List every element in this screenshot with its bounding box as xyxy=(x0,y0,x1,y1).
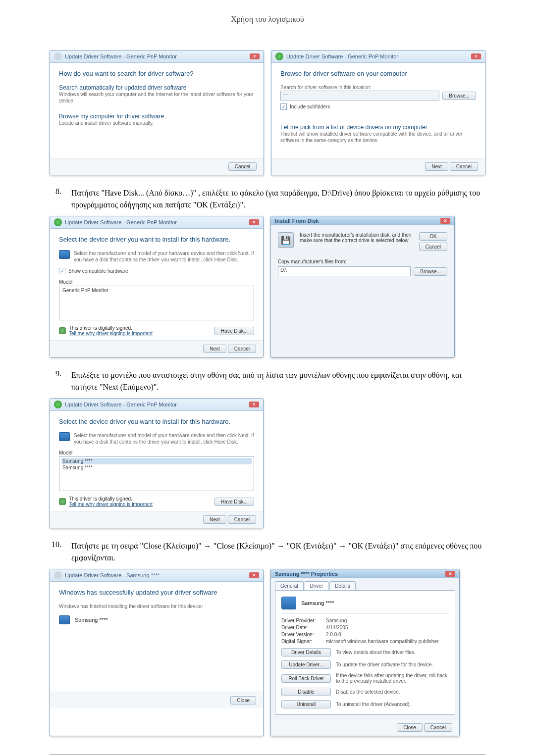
wizard-heading: Browse for driver software on your compu… xyxy=(280,70,476,77)
browse-button[interactable]: Browse... xyxy=(414,267,447,276)
cancel-button[interactable]: Cancel xyxy=(424,723,452,732)
browse-button[interactable]: Browse... xyxy=(442,92,476,100)
back-icon[interactable] xyxy=(54,52,62,60)
back-icon xyxy=(54,571,62,579)
install-from-disk-dialog: Install From Disk ✕ 💾 Insert the manufac… xyxy=(270,216,455,357)
model-listbox[interactable]: Samsung **** Samsung **** xyxy=(59,456,254,491)
dialog-title: Samsung **** Properties xyxy=(275,571,338,577)
have-disk-button[interactable]: Have Disk... xyxy=(214,498,254,506)
show-compatible-checkbox[interactable]: ✓ xyxy=(59,268,65,274)
header-title: Χρήση του λογισμικού xyxy=(231,15,304,23)
list-item[interactable]: Samsung **** xyxy=(61,464,252,471)
close-icon[interactable]: ✕ xyxy=(471,53,481,59)
instruction-number: 8. xyxy=(50,187,61,211)
driver-details-button[interactable]: Driver Details xyxy=(281,648,331,656)
next-button[interactable]: Next xyxy=(203,515,226,524)
list-item[interactable]: Generic PnP Monitor xyxy=(61,287,252,294)
wizard-title: Update Driver Software - Generic PnP Mon… xyxy=(65,53,177,59)
wizard-browse: Update Driver Software - Generic PnP Mon… xyxy=(271,50,485,175)
select-subtext: Select the manufacturer and model of you… xyxy=(74,250,254,263)
signed-link[interactable]: Tell me why driver signing is important xyxy=(69,502,153,507)
back-icon[interactable] xyxy=(54,401,62,408)
option-browse-sub: Locate and install driver software manua… xyxy=(59,120,255,126)
cancel-button[interactable]: Cancel xyxy=(228,515,256,524)
device-name: Samsung **** xyxy=(301,600,334,606)
copy-path-input[interactable]: D:\ xyxy=(278,266,411,276)
pick-from-list-sub: This list will show installed driver sof… xyxy=(280,131,476,144)
disk-icon: 💾 xyxy=(278,232,294,248)
close-button[interactable]: Close xyxy=(230,696,256,705)
option-browse[interactable]: Browse my computer for driver software xyxy=(59,113,255,120)
next-button[interactable]: Next xyxy=(203,345,226,353)
cancel-button[interactable]: Cancel xyxy=(450,162,478,171)
option-auto-sub: Windows will search your computer and th… xyxy=(59,91,255,104)
update-driver-button[interactable]: Update Driver... xyxy=(281,660,331,669)
signer-key: Digital Signer: xyxy=(281,639,326,644)
signed-link[interactable]: Tell me why driver signing is important xyxy=(69,331,153,336)
version-value: 2.0.0.0 xyxy=(326,632,341,637)
rollback-desc: If the device fails after updating the d… xyxy=(336,673,449,684)
close-icon[interactable]: ✕ xyxy=(250,53,260,59)
date-key: Driver Date: xyxy=(281,625,326,630)
model-listbox[interactable]: Generic PnP Monitor xyxy=(59,286,254,320)
version-key: Driver Version: xyxy=(281,632,326,637)
provider-key: Driver Provider: xyxy=(281,618,326,623)
close-icon[interactable]: ✕ xyxy=(440,218,450,224)
signed-text: This driver is digitally signed. xyxy=(69,325,153,331)
instruction-text: Επιλέξτε το μοντέλο που αντιστοιχεί στην… xyxy=(71,369,485,393)
back-icon[interactable] xyxy=(275,52,283,60)
copy-from-label: Copy manufacturer's files from: xyxy=(278,259,447,264)
show-compatible-label: Show compatible hardware xyxy=(68,268,128,274)
disable-button[interactable]: Disable xyxy=(281,688,331,696)
instruction-10: 10. Πατήστε με τη σειρά "Close (Κλείσιμο… xyxy=(50,540,485,564)
wizard-title: Update Driver Software - Generic PnP Mon… xyxy=(65,402,177,407)
instruction-number: 9. xyxy=(50,369,61,393)
wizard-heading: Select the device driver you want to ins… xyxy=(59,236,254,243)
update-driver-desc: To update the driver software for this d… xyxy=(336,662,449,667)
model-label: Model xyxy=(59,279,254,285)
pick-from-list-link[interactable]: Let me pick from a list of device driver… xyxy=(280,124,476,131)
uninstall-button[interactable]: Uninstall xyxy=(281,700,331,708)
close-icon[interactable]: ✕ xyxy=(249,219,259,225)
signer-value: microsoft windows hardware compatibility… xyxy=(326,639,438,644)
shield-icon xyxy=(59,327,66,334)
close-icon[interactable]: ✕ xyxy=(445,571,455,577)
date-value: 4/14/2005 xyxy=(326,625,348,630)
monitor-icon xyxy=(59,615,70,624)
uninstall-desc: To uninstall the driver (Advanced). xyxy=(336,702,449,707)
rollback-button[interactable]: Roll Back Driver xyxy=(281,674,331,683)
path-input[interactable]: — xyxy=(280,91,439,101)
success-sub: Windows has finished installing the driv… xyxy=(59,603,254,609)
instruction-8: 8. Πατήστε "Have Disk... (Από δίσκο…)" ,… xyxy=(50,187,485,211)
include-subfolders-checkbox[interactable]: ✓ xyxy=(280,103,287,110)
cancel-button[interactable]: Cancel xyxy=(419,243,447,251)
option-auto-search[interactable]: Search automatically for updated driver … xyxy=(59,84,255,91)
select-subtext: Select the manufacturer and model of you… xyxy=(74,432,254,445)
install-message: Insert the manufacturer's installation d… xyxy=(300,232,413,243)
monitor-icon xyxy=(59,250,70,259)
instruction-text: Πατήστε με τη σειρά "Close (Κλείσιμο)" →… xyxy=(71,540,485,564)
wizard-title: Update Driver Software - Samsung **** xyxy=(65,572,160,578)
cancel-button[interactable]: Cancel xyxy=(228,345,256,353)
have-disk-button[interactable]: Have Disk... xyxy=(214,327,254,335)
tab-general[interactable]: General xyxy=(275,581,304,590)
monitor-icon xyxy=(59,432,70,441)
close-icon[interactable]: ✕ xyxy=(249,402,259,407)
back-icon[interactable] xyxy=(54,218,62,226)
ok-button[interactable]: OK xyxy=(419,232,447,241)
cancel-button[interactable]: Cancel xyxy=(228,162,257,171)
monitor-icon xyxy=(281,597,296,609)
tab-driver[interactable]: Driver xyxy=(305,581,329,590)
device-name: Samsung **** xyxy=(75,617,108,623)
close-icon[interactable]: ✕ xyxy=(249,572,259,578)
close-button[interactable]: Close xyxy=(397,723,423,732)
tab-details[interactable]: Details xyxy=(329,581,356,590)
success-heading: Windows has successfully updated your dr… xyxy=(59,589,254,596)
next-button[interactable]: Next xyxy=(425,162,448,171)
instruction-9: 9. Επιλέξτε το μοντέλο που αντιστοιχεί σ… xyxy=(50,369,485,393)
list-item[interactable]: Samsung **** xyxy=(61,458,252,464)
properties-dialog: Samsung **** Properties ✕ General Driver… xyxy=(270,569,460,736)
instruction-number: 10. xyxy=(50,540,61,564)
instruction-text: Πατήστε "Have Disk... (Από δίσκο…)" , επ… xyxy=(71,187,485,211)
wizard-heading: Select the device driver you want to ins… xyxy=(59,418,254,425)
